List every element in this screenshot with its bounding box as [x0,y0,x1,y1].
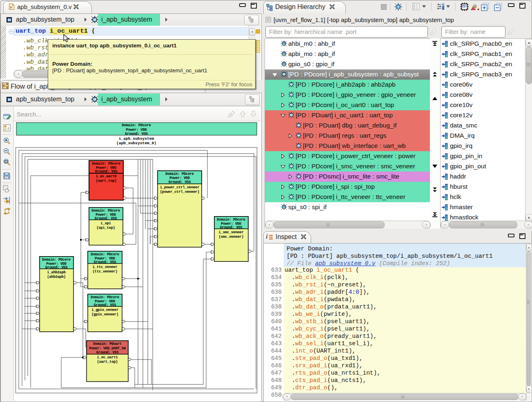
svg-text:Domain: PDcore: Domain: PDcore [165,172,194,176]
svg-text:Domain: PDcore: Domain: PDcore [91,209,120,213]
svg-text:Domain: PDcore: Domain: PDcore [91,295,119,299]
svg-text:Domain: PDcore: Domain: PDcore [42,258,70,262]
svg-text:Ground: VSS: Ground: VSS [95,170,118,174]
svg-text:v: v [10,5,12,9]
svg-text:(apb_subsystem_0): (apb_subsystem_0) [116,141,156,145]
svg-text:Domain: PDuart: Domain: PDuart [93,342,121,346]
svg-text:Domain: PDcore: Domain: PDcore [217,218,245,222]
svg-text:Ground: VSS: Ground: VSS [125,132,148,136]
svg-text:i_spi: i_spi [100,221,111,226]
svg-text:i: i [8,126,9,131]
svg-text:(gpio_veneer): (gpio_veneer) [91,313,118,317]
svg-text:M: M [8,98,11,102]
svg-text:Ground: VSS: Ground: VSS [96,351,119,355]
svg-text:i_ahb2apb: i_ahb2apb [47,270,66,275]
svg-text:M: M [8,18,11,22]
svg-text:(uart_top): (uart_top) [96,179,117,183]
svg-text:Ground: VSS: Ground: VSS [95,217,117,221]
svg-text:(ttc_veneer): (ttc_veneer) [93,270,118,274]
svg-text:Ground: VSS: Ground: VSS [45,266,68,270]
svg-text:Domain: PDcore: Domain: PDcore [122,123,151,127]
svg-text:Power: VDD: Power: VDD [126,128,147,132]
svg-text:Domain: PDcore: Domain: PDcore [91,252,119,257]
svg-text:Power: VDD: Power: VDD [169,176,190,180]
svg-text:Domain: PDcore: Domain: PDcore [92,162,120,166]
svg-text:T: T [397,5,399,9]
svg-text:(smc_veneer): (smc_veneer) [219,235,244,239]
svg-text:i_gpio_veneer: i_gpio_veneer [91,308,118,312]
svg-text:i_ttc_veneer: i_ttc_veneer [93,265,118,269]
svg-text:Ground: VSS: Ground: VSS [220,226,243,230]
svg-text:i_power_ctrl_veneer: i_power_ctrl_veneer [160,185,200,190]
svg-text:(power_ctrl_veneer): (power_ctrl_veneer) [160,190,200,194]
svg-text:Ground: VSS: Ground: VSS [94,303,116,307]
svg-text:Ground: VSS: Ground: VSS [94,260,116,264]
svg-text:i_apb_subsystem: i_apb_subsystem [119,136,154,141]
svg-text:i_oc_uart1: i_oc_uart1 [97,355,118,360]
svg-text:(uart_top): (uart_top) [97,360,118,364]
svg-text:Ground: VSS: Ground: VSS [169,180,191,184]
svg-text:(ahb2apb): (ahb2apb) [47,275,66,279]
svg-text:(spi_top): (spi_top) [96,226,115,230]
svg-text:i_smc_veneer: i_smc_veneer [219,230,244,234]
svg-text:Power: VDD_UART_SW: Power: VDD_UART_SW [89,346,126,351]
svg-text:i_oc_uart0: i_oc_uart0 [96,174,117,179]
svg-text:PD: PD [462,4,466,7]
